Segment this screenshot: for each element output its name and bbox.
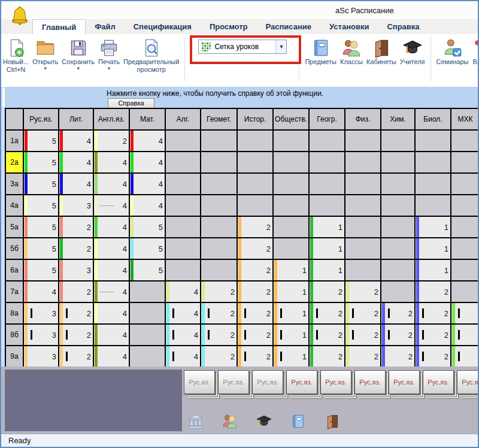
lesson-card-stack[interactable]: Рус.яз. <box>457 370 479 394</box>
door-icon[interactable] <box>323 413 341 429</box>
grid-cell[interactable]: 5 <box>130 260 165 280</box>
grid-cell[interactable]: 1 <box>274 346 308 367</box>
grid-cell[interactable]: 4 <box>166 346 200 367</box>
grid-cell[interactable] <box>451 174 479 194</box>
grid-cell[interactable]: 5 <box>24 217 58 237</box>
grid-cell[interactable]: 4 <box>166 281 200 302</box>
grid-cell[interactable] <box>166 174 200 194</box>
grid-cell[interactable]: 1 <box>274 303 308 323</box>
lesson-card-stack[interactable]: Рус.яз. <box>354 370 386 394</box>
grid-cell[interactable] <box>345 217 380 237</box>
grid-cell[interactable]: 2 <box>238 325 272 345</box>
grid-cell[interactable]: 2 <box>345 346 380 367</box>
grid-cell[interactable]: 2 <box>381 346 414 367</box>
grid-cell[interactable] <box>451 260 479 280</box>
grid-cell[interactable]: 5 <box>24 260 58 280</box>
grid-cell[interactable]: 2 <box>238 238 272 259</box>
tab-help[interactable]: Справка <box>378 19 428 34</box>
grid-cell[interactable]: 5 <box>24 131 58 151</box>
grid-cell[interactable]: 4 <box>59 152 93 172</box>
column-header-Истор.[interactable]: Истор. <box>238 109 272 129</box>
grid-cell[interactable] <box>130 346 165 367</box>
grid-cell[interactable] <box>451 131 479 151</box>
seminars-button[interactable]: Семинары <box>435 38 471 66</box>
grid-cell[interactable] <box>451 152 479 172</box>
grid-cell[interactable]: 2 <box>201 346 237 367</box>
view-selector-combobox[interactable]: Сетка уроков ▼ <box>198 40 287 54</box>
grid-cell[interactable]: 4 <box>130 174 165 194</box>
grid-cell[interactable] <box>345 260 380 280</box>
grid-cell[interactable]: 2 <box>59 238 93 259</box>
grid-cell[interactable]: 4 <box>94 217 129 237</box>
row-header-8а[interactable]: 8а <box>6 303 23 323</box>
help-button[interactable]: Справка <box>108 98 154 108</box>
row-header-3а[interactable]: 3а <box>6 174 23 194</box>
new-button[interactable]: Новый...Ctrl+N <box>1 38 31 74</box>
grid-cell[interactable]: 4 <box>94 195 129 216</box>
tab-specification[interactable]: Спецификация <box>125 19 201 34</box>
classes-icon[interactable] <box>221 413 239 429</box>
grid-cell[interactable] <box>451 325 479 345</box>
grid-cell[interactable] <box>201 217 237 237</box>
grid-cell[interactable] <box>416 152 450 172</box>
grid-cell[interactable]: 4 <box>24 281 58 302</box>
grid-cell[interactable] <box>451 346 479 367</box>
grid-cell[interactable] <box>381 260 414 280</box>
grid-cell[interactable]: 4 <box>94 238 129 259</box>
grid-cell[interactable]: 2 <box>59 325 93 345</box>
grid-cell[interactable]: 4 <box>94 303 129 323</box>
grid-cell[interactable] <box>166 195 200 216</box>
column-header-Рус.яз.[interactable]: Рус.яз. <box>24 109 58 129</box>
lesson-card-stack[interactable]: Рус.яз. <box>320 370 351 394</box>
grid-cell[interactable]: 2 <box>238 303 272 323</box>
grid-cell[interactable]: 4 <box>166 325 200 345</box>
grid-cell[interactable]: 2 <box>94 131 129 151</box>
row-header-8б[interactable]: 8б <box>6 325 23 345</box>
column-header-Мат.[interactable]: Мат. <box>130 109 165 129</box>
grid-cell[interactable] <box>166 131 200 151</box>
grid-cell[interactable] <box>451 303 479 323</box>
grid-cell[interactable] <box>310 152 344 172</box>
grid-cell[interactable]: 1 <box>416 238 450 259</box>
grid-cell[interactable]: 2 <box>310 281 344 302</box>
grid-cell[interactable] <box>310 131 344 151</box>
row-header-5а[interactable]: 5а <box>6 217 23 237</box>
relations-button[interactable]: Взаим <box>471 38 479 66</box>
grid-cell[interactable]: 2 <box>416 281 450 302</box>
grid-cell[interactable]: 5 <box>130 217 165 237</box>
grid-cell[interactable] <box>381 174 414 194</box>
column-header-Хим.[interactable]: Хим. <box>381 109 414 129</box>
grid-cell[interactable] <box>274 174 308 194</box>
grid-cell[interactable] <box>451 281 479 302</box>
grid-cell[interactable]: 2 <box>59 281 93 302</box>
column-header-Биол.[interactable]: Биол. <box>416 109 450 129</box>
grid-cell[interactable]: 2 <box>416 325 450 345</box>
grid-cell[interactable]: 2 <box>310 346 344 367</box>
row-header-1а[interactable]: 1а <box>6 131 23 151</box>
grid-cell[interactable]: 3 <box>59 195 93 216</box>
grid-cell[interactable] <box>130 325 165 345</box>
grid-cell[interactable]: 2 <box>59 217 93 237</box>
grid-cell[interactable] <box>381 152 414 172</box>
grid-cell[interactable]: 3 <box>24 325 58 345</box>
grid-cell[interactable]: 2 <box>381 303 414 323</box>
grid-cell[interactable]: 4 <box>94 152 129 172</box>
grid-cell[interactable]: 1 <box>274 281 308 302</box>
grid-cell[interactable] <box>416 174 450 194</box>
grid-cell[interactable]: 2 <box>310 303 344 323</box>
grid-cell[interactable] <box>381 238 414 259</box>
grid-cell[interactable] <box>130 281 165 302</box>
grid-cell[interactable]: 3 <box>59 260 93 280</box>
grid-cell[interactable]: 4 <box>130 152 165 172</box>
grid-cell[interactable] <box>381 195 414 216</box>
grid-cell[interactable]: 5 <box>24 195 58 216</box>
grid-cell[interactable] <box>274 217 308 237</box>
grid-cell[interactable]: 2 <box>381 325 414 345</box>
grid-cell[interactable]: 2 <box>201 281 237 302</box>
lesson-card-stack[interactable]: Рус.яз. <box>252 370 283 394</box>
column-header-Алг.[interactable]: Алг. <box>166 109 200 129</box>
grid-cell[interactable] <box>451 217 479 237</box>
row-header-6а[interactable]: 6а <box>6 260 23 280</box>
grid-cell[interactable]: 2 <box>59 346 93 367</box>
dropdown-arrow-icon[interactable]: ▼ <box>107 66 111 71</box>
